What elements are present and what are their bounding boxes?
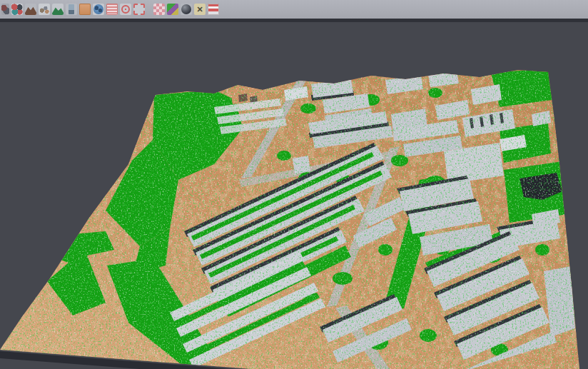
striped-flag-icon[interactable] bbox=[208, 4, 219, 15]
colormap-icon[interactable] bbox=[167, 4, 178, 15]
viewport-3d[interactable] bbox=[0, 22, 588, 369]
red-list-icon[interactable] bbox=[106, 4, 118, 15]
globe-icon[interactable] bbox=[93, 4, 104, 15]
cut-icon[interactable] bbox=[194, 4, 206, 15]
ruler-icon[interactable] bbox=[66, 4, 77, 15]
application-window bbox=[0, 0, 588, 369]
toolbar bbox=[0, 0, 588, 19]
point-cluster-icon[interactable] bbox=[1, 4, 9, 15]
toolbar-separator bbox=[147, 9, 151, 10]
box-icon[interactable] bbox=[79, 4, 91, 15]
speckle-green bbox=[0, 64, 588, 369]
scatter-points-icon[interactable] bbox=[11, 4, 23, 15]
checker-pattern-icon[interactable] bbox=[153, 4, 165, 15]
crop-marks-icon[interactable] bbox=[133, 4, 145, 15]
sphere-icon[interactable] bbox=[181, 4, 192, 15]
terrain bbox=[0, 64, 588, 369]
target-circle-icon[interactable] bbox=[120, 4, 131, 15]
gray-points-icon[interactable] bbox=[39, 4, 50, 15]
scene-canvas[interactable] bbox=[0, 22, 588, 369]
mountain-icon[interactable] bbox=[25, 4, 36, 15]
green-terrain-icon[interactable] bbox=[52, 4, 64, 15]
